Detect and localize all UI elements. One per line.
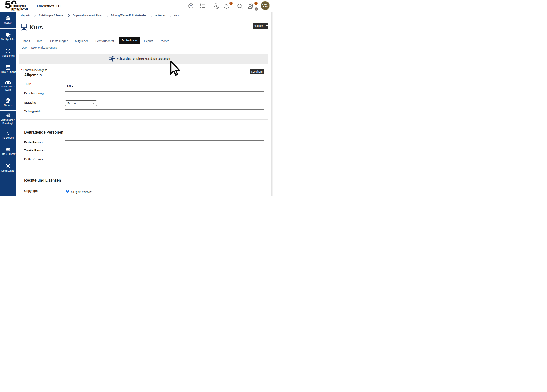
svg-text:?: ? (9, 149, 10, 151)
svg-text:?: ? (190, 4, 192, 7)
